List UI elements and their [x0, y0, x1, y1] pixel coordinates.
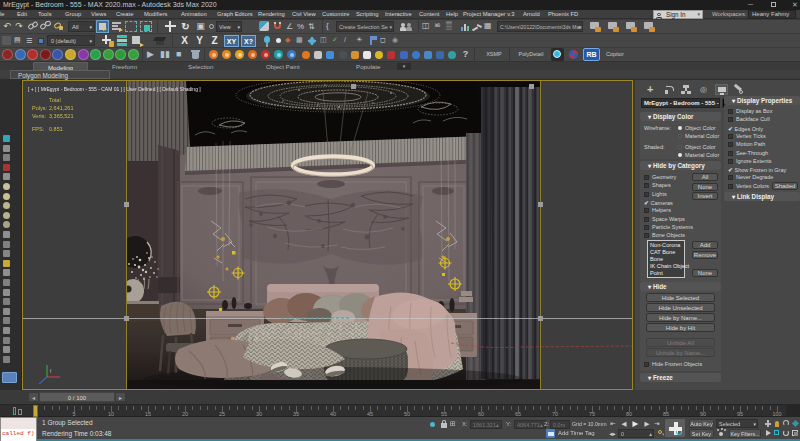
svg-text:FPS:: FPS: — [32, 126, 45, 132]
svg-text:3,365,521: 3,365,521 — [49, 113, 73, 119]
svg-text:Verts:: Verts: — [32, 113, 47, 119]
svg-text:Total: Total — [49, 97, 61, 103]
svg-text:[ + ] [ MrEgypt - Bedroom - 55: [ + ] [ MrEgypt - Bedroom - 555 - CAM 01… — [28, 86, 201, 92]
svg-text:2,641,261: 2,641,261 — [49, 105, 73, 111]
svg-text:0.851: 0.851 — [49, 126, 63, 132]
svg-text:Polys:: Polys: — [32, 105, 47, 111]
svg-text:f: f — [50, 368, 52, 374]
